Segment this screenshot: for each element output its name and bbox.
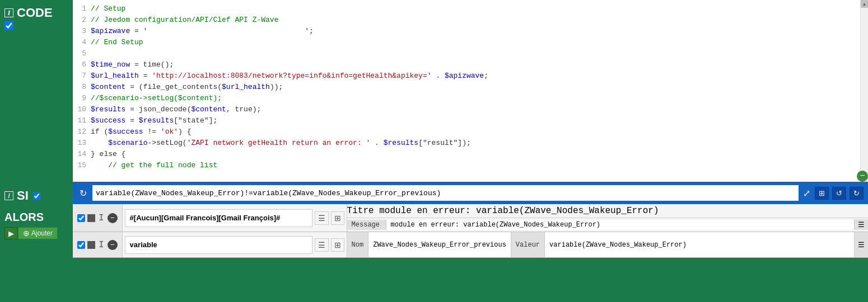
row2-nom-value: ZWave_Nodes_Wakeup_Error_previous — [368, 232, 511, 257]
alors-row-2: I − variable ☰ ⊞ Nom ZWave_Nodes_Wakeup_… — [73, 232, 868, 258]
row2-checkbox[interactable] — [77, 241, 85, 249]
code-line: 8$content = (file_get_contents($url_heal… — [73, 82, 868, 93]
code-line: 11$success = $results["state"]; — [73, 115, 868, 126]
row1-main-text: #[Aucun][Gmail Francois][Gmail François]… — [125, 209, 312, 227]
code-line: 3$apizwave = ' '; — [73, 26, 868, 37]
row2-main-text: variable — [125, 236, 312, 254]
si-refresh-btn[interactable]: ↻ — [77, 187, 89, 200]
row1-list-btn[interactable]: ☰ — [315, 211, 329, 225]
row2-valeur-value: variable(ZWave_Nodes_Wakeup_Error) — [545, 232, 854, 257]
code-line: 7$url_health = 'http://localhost:8083/ne… — [73, 70, 868, 82]
row1-checkbox[interactable] — [77, 214, 85, 222]
row1-msg-icon-btn[interactable]: ☰ — [854, 219, 868, 230]
row2-icon-btn[interactable]: ☰ — [854, 232, 868, 257]
si-resize-btn[interactable]: ⤢ — [802, 187, 811, 200]
code-line: 12if ($success != 'ok') { — [73, 126, 868, 138]
row2-minus[interactable]: − — [108, 240, 118, 250]
code-line: 1// Setup — [73, 3, 868, 15]
scroll-track — [861, 8, 868, 182]
code-lines: 1// Setup2// Jeedom configuration/API/Cl… — [73, 0, 868, 182]
alors-label: ALORS — [4, 211, 68, 224]
code-line: 4// End Setup — [73, 37, 868, 48]
alors-ajouter-btn[interactable]: ⊕ Ajouter — [18, 227, 58, 239]
row1-handle[interactable]: I — [99, 213, 104, 223]
code-line: 15 // get the full node list — [73, 160, 868, 171]
code-line: 10$results = json_decode($content, true)… — [73, 104, 868, 115]
alors-row-1: I − #[Aucun][Gmail Francois][Gmail Franç… — [73, 204, 868, 232]
si-info-icon: I — [4, 191, 13, 200]
scroll-up-btn[interactable]: ▲ — [861, 0, 869, 8]
row2-list-btn[interactable]: ☰ — [315, 238, 329, 252]
code-line: 13 $scenario->setLog('ZAPI network getHe… — [73, 138, 868, 149]
valeur-label: Valeur — [511, 232, 545, 257]
code-line: 5 — [73, 48, 868, 59]
alors-arrow-btn[interactable]: ▶ — [4, 227, 18, 239]
si-redo-btn[interactable]: ↻ — [850, 187, 864, 200]
si-checkbox[interactable] — [33, 192, 40, 200]
si-copy-btn[interactable]: ⊞ — [815, 187, 829, 200]
si-label: SI — [17, 188, 29, 203]
row2-square[interactable] — [87, 241, 95, 249]
nom-label: Nom — [347, 232, 369, 257]
message-label: Message — [347, 220, 386, 230]
info-icon: I — [4, 8, 13, 17]
code-line: 2// Jeedom configuration/API/Clef API Z-… — [73, 15, 868, 26]
code-label: CODE — [17, 6, 53, 20]
row2-handle[interactable]: I — [99, 240, 104, 250]
row1-minus[interactable]: − — [108, 213, 118, 223]
row1-square[interactable] — [87, 214, 95, 222]
code-checkbox[interactable] — [4, 21, 13, 30]
code-scrollbar[interactable]: ▲ − — [860, 0, 868, 182]
row2-copy-btn[interactable]: ⊞ — [331, 238, 344, 252]
si-condition-input[interactable] — [92, 185, 799, 201]
code-line: 14} else { — [73, 149, 868, 160]
si-undo-btn[interactable]: ↺ — [832, 187, 846, 200]
code-line: 9//$scenario->setLog($content); — [73, 93, 868, 104]
si-condition-row: ↻ ⤢ ⊞ ↺ ↻ — [73, 182, 868, 204]
code-sidebar: I CODE — [0, 0, 73, 182]
scroll-down-btn[interactable]: − — [857, 171, 868, 182]
code-editor: 1// Setup2// Jeedom configuration/API/Cl… — [73, 0, 868, 182]
row1-copy-btn[interactable]: ⊞ — [331, 211, 344, 225]
row1-message-value: module en erreur: variable(ZWave_Nodes_W… — [386, 220, 854, 230]
ajouter-text: Ajouter — [31, 229, 53, 237]
code-line: 6$time_now = time(); — [73, 59, 868, 70]
plus-icon: ⊕ — [23, 229, 30, 238]
alors-rows-container: I − #[Aucun][Gmail Francois][Gmail Franç… — [73, 204, 868, 302]
